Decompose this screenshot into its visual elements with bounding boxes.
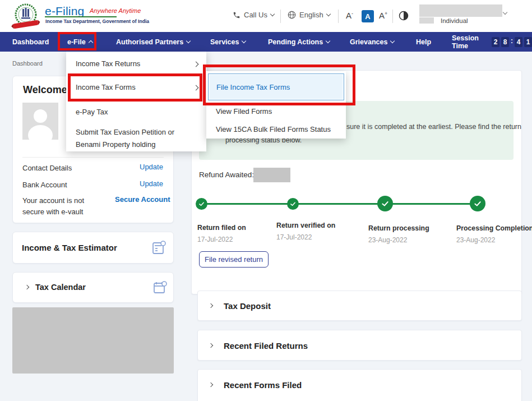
accordion-recent-forms-filed[interactable]: Recent Forms Filed [197,369,522,401]
nav-pending-actions[interactable]: Pending Actions [268,32,330,52]
contrast-toggle-icon[interactable] [399,11,409,21]
highlight-box-file-income-tax-forms [203,64,355,105]
step-date: 23-Aug-2022 [456,236,495,244]
globe-icon [288,11,296,19]
accordion-title: Recent Forms Filed [224,380,302,390]
language-label: English [299,11,323,19]
step-date: 17-Jul-2022 [276,233,312,241]
income-tax-estimator-card[interactable]: Income & Tax Estimator [12,232,174,264]
session-digit: 2 [492,37,499,47]
contact-details-label: Contact Details [22,163,72,174]
breadcrumb: Dashboard [12,60,43,67]
chevron-down-icon [326,12,330,16]
user-menu-chevron-icon[interactable] [503,10,507,15]
font-decrease-button[interactable]: A- [346,11,353,20]
menu-item-income-tax-returns[interactable]: Income Tax Returns [76,59,140,68]
top-header: e-Filing Anywhere Anytime Income Tax Dep… [0,0,532,32]
banner-text-line1: sure it is completed at the earliest. Pl… [346,123,521,131]
tax-calendar-card[interactable]: Tax Calendar [12,272,174,303]
file-revised-return-button[interactable]: File revised return [199,251,269,268]
accordion-recent-filed-returns[interactable]: Recent Filed Returns [197,330,522,361]
step-title: Return verified on [276,222,335,229]
accordion-title: Recent Filed Returns [224,341,308,351]
income-tax-dept-emblem-icon [11,2,40,31]
chevron-down-icon [326,39,330,43]
evault-status-line1: Your account is not [22,195,84,206]
submenu-item-view-filed-forms[interactable]: View Filed Forms [216,107,272,116]
chevron-down-icon [270,12,275,16]
call-us-menu[interactable]: Call Us [233,11,274,19]
menu-item-epay-tax[interactable]: e-Pay Tax [76,108,108,116]
chevron-right-icon [25,285,29,289]
refund-awaited-label: Refund Awaited: [199,170,254,179]
bank-account-update-link[interactable]: Update [140,179,163,188]
chevron-down-icon [242,39,246,43]
calendar-icon [152,280,168,296]
user-type-label: Individual [441,17,468,24]
divider [22,157,164,158]
header-divider [392,10,393,23]
language-menu[interactable]: English [288,11,330,19]
session-digit: 8 [501,37,509,47]
accordion-title: Tax Deposit [224,301,271,311]
phone-icon [233,11,240,19]
secure-account-link[interactable]: Secure Account [115,195,170,204]
font-normal-button[interactable]: A [362,10,374,22]
chevron-right-icon [209,343,213,348]
efiling-portal-dashboard: e-Filing Anywhere Anytime Income Tax Dep… [0,0,532,401]
header-divider [338,10,339,23]
efile-dropdown-menu: Income Tax Returns Income Tax Forms e-Pa… [66,52,206,151]
tax-calendar-title: Tax Calendar [35,283,86,292]
user-name-redacted [419,4,502,17]
step-date: 17-Jul-2022 [197,236,233,243]
chevron-down-icon [186,39,191,43]
user-avatar [22,103,58,140]
submenu-item-view-15ca-bulk-status[interactable]: View 15CA Bulk Filed Forms Status [216,125,331,133]
contact-details-update-link[interactable]: Update [140,163,163,171]
refund-amount-redacted [253,168,290,182]
step-date: 23-Aug-2022 [368,236,407,244]
header-divider [280,10,281,23]
step-check-icon [470,196,485,211]
step-check-icon [196,198,207,210]
step-check-icon [377,196,393,211]
nav-services[interactable]: Services [210,32,246,52]
step-check-icon [287,198,299,210]
nav-grievances[interactable]: Grievances [350,32,394,52]
step-title: Return filed on [197,224,246,232]
user-id-redacted [419,17,434,24]
nav-dashboard[interactable]: Dashboard [12,32,49,52]
nav-help[interactable]: Help [416,32,431,52]
highlight-box-income-tax-forms [68,73,202,102]
redacted-banner-block [12,307,174,374]
menu-item-submit-tax-evasion[interactable]: Submit Tax Evasion Petition or Benami Pr… [76,126,200,151]
evault-status-line2: secure with e-vault [22,206,83,218]
bank-account-label: Bank Account [22,179,67,191]
step-title: Return processing [368,224,429,232]
submenu-arrow-icon [193,62,199,67]
chevron-right-icon [209,303,213,308]
brand-tagline: Anywhere Anytime [90,7,141,14]
accordion-tax-deposit[interactable]: Tax Deposit [197,291,522,321]
calculator-icon [151,240,166,256]
chevron-right-icon [209,382,213,387]
session-digit: 4 [515,37,522,47]
call-us-label: Call Us [244,11,267,19]
session-timer: Session Time 2 8 : 4 1 [452,32,532,52]
step-title: Processing Completion [456,224,532,232]
tracker-line [201,203,478,205]
highlight-box-efile [58,32,96,50]
brand-subtitle: Income Tax Department, Government of Ind… [45,19,149,24]
estimator-title: Income & Tax Estimator [22,243,117,252]
nav-authorised-partners[interactable]: Authorised Partners [116,32,190,52]
font-increase-button[interactable]: A+ [379,11,387,20]
brand-underline [45,16,117,17]
session-colon: : [511,37,513,47]
chevron-down-icon [390,39,395,43]
session-digit: 1 [524,37,532,47]
